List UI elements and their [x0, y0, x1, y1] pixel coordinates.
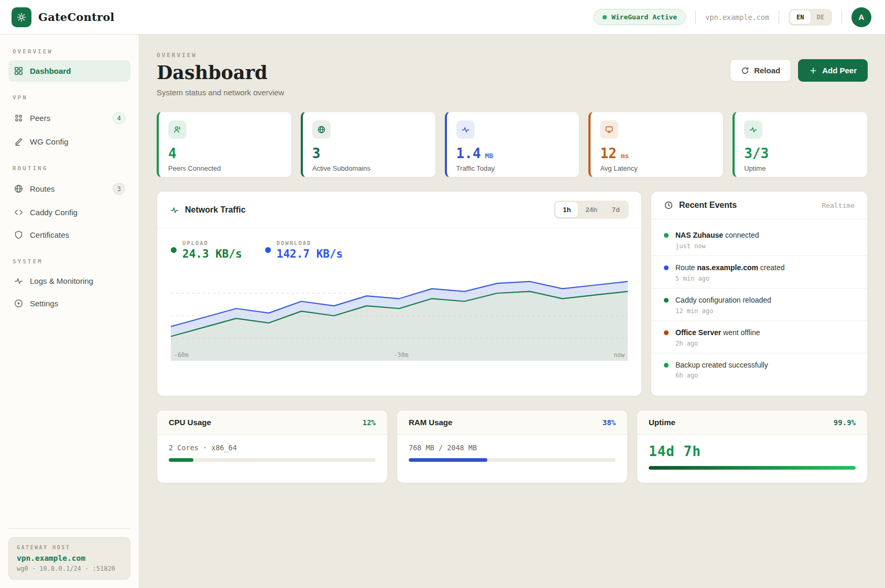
sidebar-item-wg-config[interactable]: WG Config — [8, 131, 130, 152]
globe-icon — [14, 184, 24, 194]
peers-dots-icon — [14, 113, 24, 123]
peers-count-badge: 4 — [113, 112, 125, 124]
uptime-progress-fill — [649, 466, 856, 470]
dashboard-grid-icon — [14, 66, 24, 76]
sidebar-item-label: Settings — [30, 299, 58, 308]
cpu-card-title: CPU Usage — [169, 418, 211, 427]
plus-icon — [809, 66, 817, 75]
tab-1h[interactable]: 1h — [555, 202, 578, 217]
cpu-progress-track — [169, 458, 376, 462]
stat-card-traffic-today: 1.4 MB Traffic Today — [445, 112, 580, 177]
wireguard-status-label: WireGuard Active — [611, 13, 677, 21]
gateway-host-details: wg0 · 10.8.0.1/24 · :51820 — [17, 565, 122, 572]
sidebar-section-system: SYSTEM — [8, 258, 130, 265]
reload-button[interactable]: Reload — [730, 59, 791, 82]
recent-events-panel: Recent Events Realtime NAS Zuhause conne… — [651, 191, 868, 396]
gateway-host-card: GATEWAY HOST vpn.example.com wg0 · 10.8.… — [8, 537, 130, 580]
sidebar-section-overview: OVERVIEW — [8, 48, 130, 55]
x-tick-now: now — [614, 351, 625, 359]
stat-label: Avg Latency — [600, 164, 714, 172]
event-row: NAS Zuhause connected just now — [651, 224, 867, 256]
sidebar-item-logs-monitoring[interactable]: Logs & Monitoring — [8, 270, 130, 292]
sidebar-section-routing: ROUTING — [8, 165, 130, 172]
event-text: NAS Zuhause connected — [675, 230, 759, 240]
cpu-percent: 12% — [363, 418, 376, 427]
sidebar-section-vpn: VPN — [8, 94, 130, 101]
stat-label: Uptime — [744, 164, 858, 172]
add-peer-label: Add Peer — [822, 66, 857, 75]
user-avatar[interactable]: A — [851, 7, 871, 27]
users-icon — [168, 120, 187, 139]
stat-label: Peers Connected — [168, 164, 282, 172]
event-status-dot — [664, 363, 669, 368]
stat-card-active-subdomains: 3 Active Subdomains — [301, 112, 436, 177]
upload-value: 24.3 KB/s — [182, 248, 242, 260]
x-tick-minus-60m: -60m — [174, 351, 189, 359]
traffic-chart-svg — [171, 271, 628, 361]
stat-value: 4 — [168, 146, 177, 161]
activity-pulse-icon — [170, 205, 179, 215]
cpu-detail: 2 Cores · x86_64 — [169, 443, 376, 452]
uptime-card: Uptime 99.9% 14d 7h — [637, 410, 868, 483]
sidebar: OVERVIEW Dashboard VPN Peers 4 — [0, 35, 139, 588]
traffic-legend: UPLOAD 24.3 KB/s DOWNLOAD 142.7 KB/s — [171, 240, 628, 260]
ram-detail: 768 MB / 2048 MB — [409, 443, 616, 452]
code-brackets-icon — [14, 207, 24, 217]
sidebar-item-dashboard[interactable]: Dashboard — [8, 60, 130, 82]
traffic-panel-title: Network Traffic — [185, 205, 246, 215]
legend-upload: UPLOAD 24.3 KB/s — [171, 240, 242, 260]
realtime-label: Realtime — [822, 202, 855, 209]
settings-dial-icon — [14, 298, 24, 308]
sidebar-item-caddy-config[interactable]: Caddy Config — [8, 202, 130, 223]
sidebar-item-certificates[interactable]: Certificates — [8, 224, 130, 246]
divider — [779, 10, 779, 24]
event-row: Office Server went offline 2h ago — [651, 321, 867, 353]
event-text: Office Server went offline — [675, 328, 760, 338]
page-subtitle: System status and network overview — [157, 88, 284, 97]
sidebar-item-settings[interactable]: Settings — [8, 293, 130, 314]
upload-label: UPLOAD — [182, 240, 242, 246]
ram-card-title: RAM Usage — [409, 418, 452, 427]
app-title: GateControl — [38, 10, 115, 24]
wireguard-status-badge: WireGuard Active — [594, 9, 686, 25]
event-row: Backup created successfully 6h ago — [651, 353, 867, 385]
upload-dot-icon — [171, 247, 177, 253]
event-time: 12 min ago — [675, 307, 771, 315]
legend-download: DOWNLOAD 142.7 KB/s — [265, 240, 343, 260]
sidebar-item-peers[interactable]: Peers 4 — [8, 106, 130, 130]
tab-7d[interactable]: 7d — [605, 202, 627, 217]
activity-pulse-icon — [14, 276, 24, 286]
stat-card-avg-latency: 12 ms Avg Latency — [588, 112, 724, 177]
event-status-dot — [664, 265, 669, 270]
sidebar-item-label: Routes — [30, 184, 55, 193]
activity-pulse-icon — [744, 120, 762, 139]
event-text: Route nas.example.com created — [675, 263, 785, 273]
event-text: Caddy configuration reloaded — [675, 295, 771, 305]
sidebar-footer: GATEWAY HOST vpn.example.com wg0 · 10.8.… — [8, 528, 130, 588]
stat-value: 12 — [600, 146, 616, 161]
stat-value: 1.4 — [456, 146, 481, 161]
sidebar-item-routes[interactable]: Routes 3 — [8, 177, 130, 201]
ram-usage-card: RAM Usage 38% 768 MB / 2048 MB — [397, 410, 628, 483]
stat-label: Traffic Today — [456, 164, 570, 172]
globe-icon — [312, 120, 331, 139]
language-toggle[interactable]: EN DE — [789, 9, 832, 26]
lang-en-button[interactable]: EN — [790, 10, 810, 24]
sidebar-item-label: Certificates — [30, 230, 69, 239]
event-status-dot — [664, 298, 669, 303]
stat-label: Active Subdomains — [312, 164, 426, 172]
routes-count-badge: 3 — [113, 183, 125, 195]
add-peer-button[interactable]: Add Peer — [798, 59, 868, 82]
sidebar-item-label: WG Config — [30, 137, 68, 146]
event-time: 6h ago — [675, 372, 768, 379]
ram-progress-track — [409, 458, 616, 462]
uptime-card-title: Uptime — [649, 418, 675, 427]
sidebar-item-label: Caddy Config — [30, 208, 78, 217]
x-tick-minus-30m: -30m — [394, 351, 409, 359]
traffic-range-tabs[interactable]: 1h 24h 7d — [554, 201, 629, 219]
tab-24h[interactable]: 24h — [578, 202, 604, 217]
stat-value: 3 — [312, 146, 321, 161]
traffic-area-chart: -60m -30m now — [171, 271, 628, 361]
sidebar-item-label: Logs & Monitoring — [30, 276, 93, 285]
lang-de-button[interactable]: DE — [811, 10, 831, 24]
